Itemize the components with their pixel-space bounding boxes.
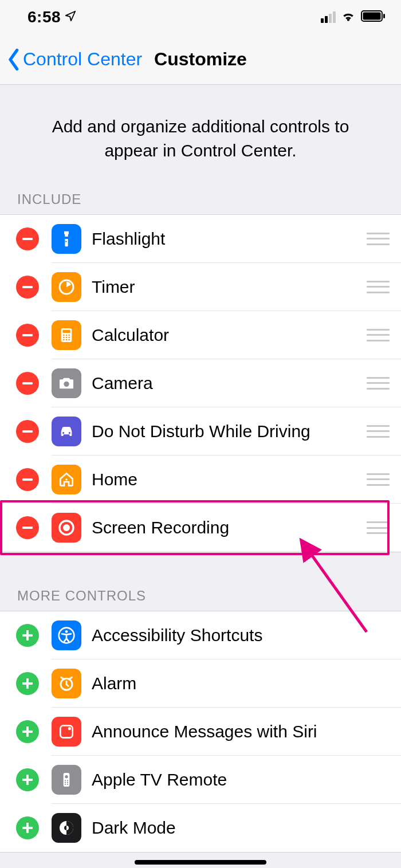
svg-point-28 <box>65 780 66 781</box>
add-button[interactable] <box>16 624 39 647</box>
home-indicator <box>135 860 266 865</box>
reorder-handle[interactable] <box>367 425 390 438</box>
row-label: Camera <box>92 374 367 393</box>
status-time: 6:58 <box>27 8 61 26</box>
cellular-signal-icon <box>321 11 336 23</box>
home-icon <box>52 465 81 494</box>
svg-rect-26 <box>64 773 70 787</box>
reorder-handle[interactable] <box>367 521 390 534</box>
row-label: Calculator <box>92 325 367 345</box>
row-timer: Timer <box>0 263 401 311</box>
svg-rect-24 <box>60 725 72 737</box>
add-button[interactable] <box>16 720 39 743</box>
back-label: Control Center <box>23 49 142 70</box>
svg-point-14 <box>68 339 70 340</box>
svg-point-17 <box>69 432 70 434</box>
row-label: Home <box>92 470 367 489</box>
row-label: Announce Messages with Siri <box>92 722 390 741</box>
svg-point-20 <box>63 524 70 531</box>
remove-button[interactable] <box>16 324 39 347</box>
tvremote-icon <box>52 765 81 795</box>
row-alarm: Alarm <box>0 659 401 708</box>
include-list: FlashlightTimerCalculatorCameraDo Not Di… <box>0 214 401 552</box>
svg-point-10 <box>66 336 68 338</box>
row-home: Home <box>0 455 401 504</box>
svg-point-7 <box>66 334 68 336</box>
page-description: Add and organize additional controls to … <box>0 85 401 191</box>
row-accessibility-shortcuts: Accessibility Shortcuts <box>0 611 401 659</box>
svg-rect-5 <box>62 329 70 332</box>
row-label: Apple TV Remote <box>92 770 390 790</box>
status-bar: 6:58 <box>0 0 401 34</box>
status-left: 6:58 <box>27 8 77 26</box>
row-label: Timer <box>92 277 367 297</box>
svg-point-8 <box>68 334 70 336</box>
location-icon <box>64 10 77 25</box>
camera-icon <box>52 368 81 398</box>
page-title: Customize <box>154 49 247 70</box>
svg-point-12 <box>63 339 65 340</box>
row-label: Accessibility Shortcuts <box>92 626 390 645</box>
chevron-left-icon <box>6 48 23 71</box>
darkmode-icon <box>52 813 81 843</box>
remove-button[interactable] <box>16 468 39 491</box>
add-button[interactable] <box>16 768 39 791</box>
row-screen-recording: Screen Recording <box>0 504 401 552</box>
more-controls-header: More Controls <box>0 588 401 611</box>
reorder-handle[interactable] <box>367 233 390 245</box>
reorder-handle[interactable] <box>367 281 390 293</box>
svg-point-27 <box>65 775 68 778</box>
svg-point-25 <box>68 727 71 730</box>
reorder-handle[interactable] <box>367 329 390 341</box>
svg-rect-2 <box>383 14 385 18</box>
row-dark-mode: Dark Mode <box>0 804 401 852</box>
status-right <box>321 10 386 25</box>
svg-rect-1 <box>363 13 381 20</box>
remove-button[interactable] <box>16 372 39 395</box>
more-controls-list: Accessibility ShortcutsAlarmAnnounce Mes… <box>0 611 401 853</box>
remove-button[interactable] <box>16 276 39 299</box>
row-label: Dark Mode <box>92 818 390 838</box>
nav-bar: Control Center Customize <box>0 34 401 85</box>
calculator-icon <box>52 320 81 350</box>
car-icon <box>52 417 81 446</box>
remove-button[interactable] <box>16 420 39 443</box>
battery-icon <box>361 10 386 25</box>
svg-point-18 <box>65 478 67 480</box>
svg-point-13 <box>66 339 68 340</box>
svg-point-30 <box>65 781 66 783</box>
accessibility-icon <box>52 620 81 650</box>
svg-point-33 <box>67 783 68 784</box>
svg-point-32 <box>65 783 66 784</box>
svg-point-6 <box>63 334 65 336</box>
row-announce-messages-with-siri: Announce Messages with Siri <box>0 708 401 756</box>
svg-point-11 <box>68 336 70 338</box>
record-icon <box>52 513 81 543</box>
remove-button[interactable] <box>16 516 39 539</box>
svg-point-16 <box>62 432 64 434</box>
svg-point-22 <box>65 630 68 633</box>
back-button[interactable]: Control Center <box>6 48 142 71</box>
svg-point-9 <box>63 336 65 338</box>
alarm-icon <box>52 669 81 698</box>
row-calculator: Calculator <box>0 311 401 359</box>
row-label: Do Not Disturb While Driving <box>92 422 367 441</box>
reorder-handle[interactable] <box>367 377 390 390</box>
svg-point-31 <box>67 781 68 783</box>
row-flashlight: Flashlight <box>0 215 401 263</box>
row-label: Alarm <box>92 674 390 693</box>
reorder-handle[interactable] <box>367 473 390 486</box>
row-camera: Camera <box>0 359 401 407</box>
wifi-icon <box>340 10 356 25</box>
add-button[interactable] <box>16 816 39 839</box>
row-apple-tv-remote: Apple TV Remote <box>0 756 401 804</box>
row-label: Flashlight <box>92 229 367 249</box>
row-do-not-disturb-while-driving: Do Not Disturb While Driving <box>0 407 401 455</box>
flashlight-icon <box>52 224 81 254</box>
add-button[interactable] <box>16 672 39 695</box>
svg-point-29 <box>67 780 68 781</box>
include-header: Include <box>0 191 401 214</box>
svg-point-15 <box>64 381 69 386</box>
row-label: Screen Recording <box>92 518 367 537</box>
remove-button[interactable] <box>16 227 39 250</box>
